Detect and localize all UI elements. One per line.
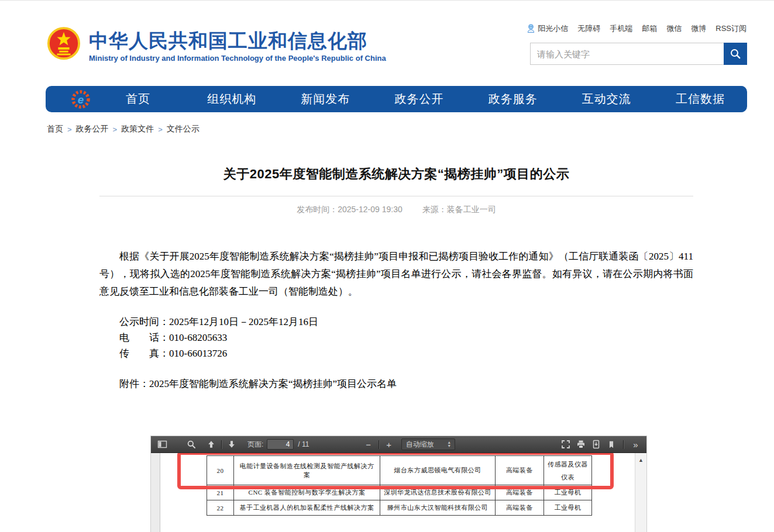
page-down-button[interactable] [224, 437, 239, 451]
publish-time-label: 发布时间： [297, 205, 338, 214]
source-value: 装备工业一司 [447, 205, 496, 214]
quick-link-yangguangxiaoxin[interactable]: 阳光小信 [527, 23, 568, 34]
page-number-label: 页面: [247, 440, 263, 450]
source-label: 来源： [422, 205, 447, 214]
highlight-annotation [177, 453, 614, 489]
fax-line: 传 真：010-66013726 [99, 346, 693, 361]
toolbar-separator [379, 440, 379, 449]
main-nav: e 首页 组织机构 新闻发布 政务公开 政务服务 互动交流 工信数据 [46, 86, 747, 112]
cell-category: 工业母机 [544, 500, 592, 516]
quick-link-mobile[interactable]: 手机端 [610, 23, 632, 34]
find-button[interactable] [184, 437, 199, 451]
page-up-button[interactable] [204, 437, 219, 451]
download-button[interactable] [589, 437, 604, 451]
mascot-icon [527, 23, 535, 34]
pdf-toolbar: 页面: / 11 − + 自动缩放 ▴ ▾ [151, 436, 646, 453]
nav-item-interaction[interactable]: 互动交流 [560, 91, 653, 107]
cell-field: 高端装备 [496, 500, 544, 516]
publicity-period-line: 公示时间：2025年12月10日－2025年12月16日 [99, 314, 693, 330]
site-title: 中华人民共和国工业和信息化部 [89, 30, 386, 52]
site-subtitle: Ministry of Industry and Information Tec… [89, 54, 386, 63]
zoom-scale-select[interactable]: 自动缩放 ▴ ▾ [401, 438, 455, 450]
quick-link-label: 阳光小信 [538, 23, 568, 34]
more-tools-button[interactable]: » [628, 437, 643, 451]
presentation-mode-button[interactable] [558, 437, 573, 451]
breadcrumb-policy-files[interactable]: 政策文件 [121, 124, 154, 134]
nav-item-gov-openness[interactable]: 政务公开 [372, 91, 466, 107]
nav-item-news[interactable]: 新闻发布 [278, 91, 372, 107]
page-count: / 11 [298, 440, 309, 448]
zoom-out-icon: − [366, 440, 371, 450]
zoom-in-button[interactable]: + [381, 437, 397, 451]
article-paragraph: 根据《关于开展2025年度智能制造系统解决方案“揭榜挂帅”项目申报和已揭榜项目验… [99, 248, 693, 300]
article-info-lines: 公示时间：2025年12月10日－2025年12月16日 电 话：010-682… [99, 314, 693, 361]
page-root: 中华人民共和国工业和信息化部 Ministry of Industry and … [0, 0, 774, 532]
quick-link-wechat[interactable]: 微信 [666, 23, 682, 34]
article: 关于2025年度智能制造系统解决方案“揭榜挂帅”项目的公示 发布时间：2025-… [99, 165, 693, 392]
select-spinner-icon: ▴ ▾ [448, 441, 450, 448]
nav-item-home[interactable]: 首页 [91, 91, 185, 107]
nav-items: 首页 组织机构 新闻发布 政务公开 政务服务 互动交流 工信数据 [91, 91, 747, 107]
scrollbar-up-icon[interactable]: ▲ [635, 453, 646, 463]
nav-item-organization[interactable]: 组织机构 [185, 91, 278, 107]
site-logo[interactable]: 中华人民共和国工业和信息化部 Ministry of Industry and … [47, 24, 386, 68]
breadcrumb: 首页 > 政务公开 > 政策文件 > 文件公示 [47, 124, 199, 134]
download-icon [591, 440, 601, 449]
breadcrumb-separator: > [67, 125, 72, 134]
search-button[interactable] [724, 43, 747, 65]
title-divider [99, 196, 693, 196]
page-up-icon [207, 440, 215, 448]
phone-line: 电 话：010-68205633 [99, 330, 693, 346]
site-title-block: 中华人民共和国工业和信息化部 Ministry of Industry and … [89, 30, 386, 63]
miit-gear-logo-icon: e [70, 89, 91, 110]
sidebar-toggle-icon [157, 440, 167, 449]
more-tools-icon: » [633, 440, 637, 450]
search-box [530, 43, 747, 65]
publish-time-value: 2025-12-09 19:30 [338, 205, 403, 214]
breadcrumb-separator: > [158, 125, 163, 134]
article-meta: 发布时间：2025-12-09 19:30来源：装备工业一司 [99, 205, 693, 215]
search-input[interactable] [530, 43, 724, 65]
pdf-scrollbar[interactable]: ▲ [635, 453, 646, 532]
national-emblem-icon [47, 24, 81, 68]
breadcrumb-separator: > [113, 125, 118, 134]
nav-item-gov-services[interactable]: 政务服务 [466, 91, 560, 107]
toolbar-zoom-group: − + 自动缩放 ▴ ▾ [361, 437, 455, 451]
quick-link-accessibility[interactable]: 无障碍 [577, 23, 600, 34]
pdf-viewer: 页面: / 11 − + 自动缩放 ▴ ▾ [151, 436, 646, 532]
toolbar-right-group: » [558, 437, 643, 451]
attachment-line: 附件：2025年度智能制造系统解决方案“揭榜挂帅”项目公示名单 [99, 376, 693, 392]
presentation-mode-icon [561, 440, 570, 449]
quick-link-weibo[interactable]: 微博 [691, 23, 706, 34]
quick-link-mail[interactable]: 邮箱 [642, 23, 657, 34]
sidebar-toggle-button[interactable] [154, 437, 170, 451]
page-down-icon [228, 440, 236, 448]
breadcrumb-gov-openness[interactable]: 政务公开 [76, 124, 109, 134]
table-row-22: 22 基于工业机器人的机加装配柔性产线解决方案 滕州市山东大汉智能科技有限公司 … [207, 500, 592, 516]
print-button[interactable] [573, 437, 589, 451]
zoom-scale-value: 自动缩放 [406, 440, 434, 450]
bookmark-button[interactable] [604, 437, 619, 451]
cell-company: 滕州市山东大汉智能科技有限公司 [380, 500, 496, 516]
breadcrumb-file-publicity[interactable]: 文件公示 [167, 124, 199, 134]
quick-links: 阳光小信 无障碍 手机端 邮箱 微信 微博 RSS订阅 [527, 23, 747, 34]
spinner-down-icon: ▾ [448, 444, 450, 448]
pdf-content-area: 20 电能计量设备制造在线检测及智能产线解决方案 烟台东方威思顿电气有限公司 高… [151, 453, 646, 532]
quick-link-rss[interactable]: RSS订阅 [715, 23, 747, 34]
search-icon [730, 48, 741, 60]
zoom-out-button[interactable]: − [361, 437, 376, 451]
toolbar-separator [623, 440, 624, 449]
toolbar-separator [221, 440, 222, 449]
breadcrumb-home[interactable]: 首页 [47, 124, 63, 134]
bookmark-icon [607, 440, 615, 449]
zoom-in-icon: + [386, 440, 391, 450]
svg-text:e: e [78, 93, 84, 105]
page-title: 关于2025年度智能制造系统解决方案“揭榜挂帅”项目的公示 [99, 165, 693, 183]
find-icon [187, 440, 196, 449]
toolbar-left-group: 页面: / 11 [154, 437, 309, 451]
page-number-input[interactable] [267, 439, 294, 450]
print-icon [576, 440, 586, 449]
nav-item-miit-data[interactable]: 工信数据 [653, 91, 747, 107]
cell-no: 22 [207, 500, 234, 516]
cell-project: 基于工业机器人的机加装配柔性产线解决方案 [234, 500, 380, 516]
